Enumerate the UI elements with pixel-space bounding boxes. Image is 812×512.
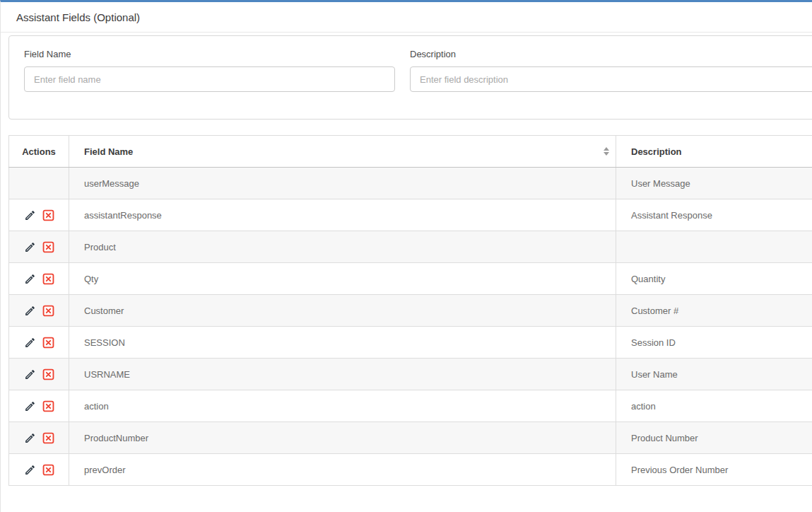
field-name-value: assistantResponse	[84, 210, 162, 221]
actions-cell	[9, 327, 69, 359]
annotation-arrow	[110, 391, 300, 422]
field-name-value: Qty	[84, 274, 98, 284]
delete-button[interactable]	[42, 432, 54, 444]
edit-button[interactable]	[24, 337, 36, 349]
actions-cell	[9, 295, 69, 327]
field-name-value: action	[84, 401, 109, 412]
field-name-cell: Qty	[69, 263, 616, 295]
edit-pencil-icon	[24, 337, 36, 349]
field-name-value: SESSION	[84, 337, 125, 348]
actions-cell	[9, 359, 69, 390]
delete-x-icon	[42, 432, 54, 444]
description-cell: User Name	[616, 359, 812, 390]
edit-button[interactable]	[24, 209, 36, 221]
field-name-input[interactable]	[24, 66, 395, 92]
table-row: USRNAME User Name	[9, 359, 812, 390]
delete-x-icon	[42, 305, 54, 317]
field-name-value: Product	[84, 242, 116, 252]
fields-table: Actions Field Name Description userMessa…	[8, 135, 812, 486]
table-row: ProductNumber Product Number	[9, 422, 812, 454]
description-cell: Previous Order Number	[616, 454, 812, 486]
delete-button[interactable]	[42, 241, 54, 253]
edit-pencil-icon	[24, 209, 36, 221]
fields-table-wrap: Actions Field Name Description userMessa…	[8, 135, 812, 486]
table-row: action action	[9, 390, 812, 422]
description-cell: Customer #	[616, 295, 812, 327]
edit-button[interactable]	[24, 400, 36, 412]
field-name-cell: assistantResponse	[69, 199, 616, 231]
delete-button[interactable]	[42, 464, 54, 476]
edit-button[interactable]	[24, 368, 36, 380]
description-label: Description	[410, 49, 812, 59]
field-name-value: ProductNumber	[84, 433, 148, 443]
delete-x-icon	[42, 241, 54, 253]
field-name-cell: USRNAME	[69, 359, 616, 390]
field-name-cell: Customer	[69, 295, 616, 327]
description-input[interactable]	[410, 66, 812, 92]
edit-button[interactable]	[24, 432, 36, 444]
field-name-value: Customer	[84, 306, 124, 316]
table-row: userMessage User Message	[9, 168, 812, 199]
edit-pencil-icon	[24, 241, 36, 253]
table-row: Qty Quantity	[9, 263, 812, 295]
table-row: assistantResponse Assistant Response	[9, 199, 812, 231]
description-group: Description	[410, 49, 812, 119]
edit-button[interactable]	[24, 305, 36, 317]
table-row: Product	[9, 231, 812, 263]
page-title: Assistant Fields (Optional)	[16, 11, 140, 23]
actions-column-header: Actions	[9, 136, 69, 168]
actions-cell	[9, 199, 69, 231]
field-name-value: userMessage	[84, 178, 139, 189]
edit-button[interactable]	[24, 241, 36, 253]
actions-cell	[9, 263, 69, 295]
field-name-cell: Product	[69, 231, 616, 263]
table-row: Customer Customer #	[9, 295, 812, 327]
delete-button[interactable]	[42, 305, 54, 317]
field-name-header-label: Field Name	[84, 146, 133, 157]
field-name-cell: action	[69, 390, 616, 422]
field-name-value: USRNAME	[84, 369, 130, 380]
delete-x-icon	[42, 368, 54, 380]
edit-button[interactable]	[24, 273, 36, 285]
delete-button[interactable]	[42, 273, 54, 285]
edit-pencil-icon	[24, 368, 36, 380]
delete-button[interactable]	[42, 368, 54, 380]
table-row: prevOrder Previous Order Number	[9, 454, 812, 486]
actions-cell	[9, 390, 69, 422]
delete-button[interactable]	[42, 209, 54, 221]
actions-cell	[9, 454, 69, 486]
description-cell: Quantity	[616, 263, 812, 295]
edit-pencil-icon	[24, 273, 36, 285]
description-cell: Session ID	[616, 327, 812, 359]
delete-button[interactable]	[42, 400, 54, 412]
field-name-cell: prevOrder	[69, 454, 616, 486]
delete-button[interactable]	[42, 337, 54, 349]
edit-pencil-icon	[24, 400, 36, 412]
delete-x-icon	[42, 209, 54, 221]
description-cell: Product Number	[616, 422, 812, 454]
sort-arrows-icon[interactable]	[604, 147, 609, 156]
field-name-cell: SESSION	[69, 327, 616, 359]
edit-pencil-icon	[24, 464, 36, 476]
edit-button[interactable]	[24, 464, 36, 476]
table-header-row: Actions Field Name Description	[9, 136, 812, 168]
delete-x-icon	[42, 400, 54, 412]
field-name-cell: userMessage	[69, 168, 616, 199]
description-cell: action	[616, 390, 812, 422]
actions-cell	[9, 168, 69, 199]
description-column-header: Description	[616, 136, 812, 168]
delete-x-icon	[42, 464, 54, 476]
delete-x-icon	[42, 337, 54, 349]
field-name-group: Field Name	[24, 49, 395, 119]
field-name-column-header[interactable]: Field Name	[69, 136, 616, 168]
field-name-label: Field Name	[24, 49, 395, 59]
field-table-body: userMessage User Message	[9, 168, 812, 486]
edit-pencil-icon	[24, 432, 36, 444]
field-name-cell: ProductNumber	[69, 422, 616, 454]
description-cell: Assistant Response	[616, 199, 812, 231]
table-row: SESSION Session ID	[9, 327, 812, 359]
actions-cell	[9, 231, 69, 263]
actions-cell	[9, 422, 69, 454]
delete-x-icon	[42, 273, 54, 285]
edit-pencil-icon	[24, 305, 36, 317]
